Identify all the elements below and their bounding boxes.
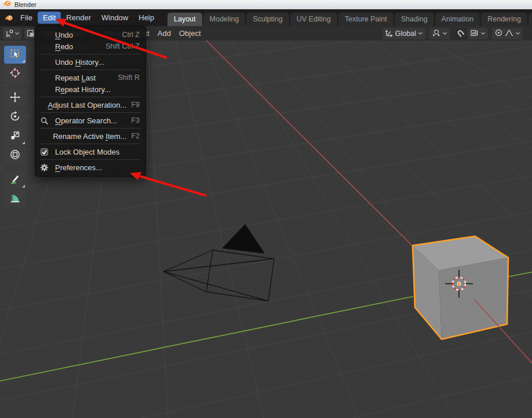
snap-toggle-button[interactable] [454, 28, 467, 39]
menu-item-redo[interactable]: RedoShift Ctrl Z [35, 41, 145, 52]
viewport-menu-add[interactable]: Add [154, 28, 175, 39]
header-right-controls: Global [382, 28, 523, 39]
toolbar [4, 46, 26, 209]
menu-item-label: Lock Object Modes [55, 148, 135, 156]
topbar: FileEditRenderWindowHelp LayoutModelingS… [0, 9, 532, 26]
tab-modeling[interactable]: Modeling [203, 13, 246, 26]
tool-scale[interactable] [4, 127, 26, 145]
menu-item-label: Operator Search... [55, 116, 126, 125]
menu-item-repeat-last[interactable]: Repeat LastShift R [35, 72, 145, 83]
tool-submenu-corner [22, 60, 25, 63]
tool-submenu-corner [22, 185, 25, 188]
tool-move[interactable] [4, 89, 26, 107]
y-axis-line [508, 272, 532, 277]
menu-item-label: Undo [55, 31, 117, 39]
menubar: FileEditRenderWindowHelp [15, 12, 159, 24]
pivot-point-dropdown[interactable] [429, 28, 450, 39]
menu-separator [40, 112, 141, 113]
select-box-icon [9, 48, 21, 62]
snap-with-dropdown[interactable] [468, 28, 488, 39]
tool-submenu-corner [22, 141, 25, 144]
chevron-down-icon [418, 30, 423, 38]
tab-texture-paint[interactable]: Texture Paint [338, 13, 393, 26]
menu-item-preferences[interactable]: Preferences... [35, 162, 145, 173]
menu-separator [40, 69, 141, 70]
menu-item-shortcut: F3 [126, 116, 140, 124]
menu-item-operator-search[interactable]: Operator Search...F3 [35, 115, 145, 126]
menu-item-label: Redo [55, 42, 101, 51]
gear-icon [40, 163, 55, 172]
menu-item-label: Rename Active Item... [53, 132, 126, 141]
blender-logo-icon [3, 0, 11, 10]
move-icon [9, 91, 21, 105]
menu-separator [40, 97, 141, 97]
menu-item-shortcut: Ctrl Z [117, 31, 140, 39]
blender-menu-logo-icon[interactable] [5, 14, 13, 22]
transform-orientation-dropdown[interactable]: Global [382, 28, 425, 39]
menu-item-undo-history[interactable]: Undo History... [35, 56, 145, 68]
menu-item-label: Repeat History... [55, 85, 135, 94]
tab-layout[interactable]: Layout [167, 13, 202, 26]
proportional-circle-icon [494, 28, 503, 39]
menu-separator [40, 144, 141, 144]
snap-increment-icon [470, 28, 479, 39]
menu-item-shortcut: F9 [126, 101, 140, 109]
tool-measure[interactable] [4, 190, 26, 208]
menu-item-repeat-history[interactable]: Repeat History... [35, 83, 145, 95]
checkbox-checked-icon [40, 148, 55, 156]
tab-uv-editing[interactable]: UV Editing [290, 13, 337, 26]
tab-animation[interactable]: Animation [435, 13, 480, 26]
menu-separator [40, 54, 141, 54]
window-title: Blender [14, 1, 37, 8]
rotate-icon [9, 111, 21, 124]
cube-object[interactable] [413, 236, 508, 339]
tab-compositing[interactable]: Compositing [529, 13, 532, 26]
menu-item-label: Undo History... [55, 58, 135, 67]
tab-rendering[interactable]: Rendering [481, 13, 527, 26]
tool-annotate[interactable] [4, 171, 26, 189]
workspace-tabs: LayoutModelingSculptingUV EditingTexture… [167, 9, 532, 26]
search-icon [40, 116, 55, 125]
proportional-editing-controls[interactable] [492, 28, 523, 39]
orientation-icon [385, 28, 393, 39]
transform-icon [9, 149, 21, 163]
y-axis-line [0, 296, 413, 381]
cursor-tool-icon [9, 67, 21, 81]
menu-item-label: Adjust Last Operation... [48, 101, 127, 109]
annotate-icon [9, 173, 21, 187]
menubar-item-edit[interactable]: Edit [38, 12, 61, 24]
menu-item-label: Preferences... [55, 163, 135, 172]
scale-icon [9, 130, 21, 144]
menubar-item-render[interactable]: Render [61, 12, 96, 24]
menu-item-shortcut: Shift R [113, 74, 140, 82]
measure-icon [9, 192, 21, 206]
menu-item-shortcut: Shift Ctrl Z [101, 42, 140, 50]
chevron-down-icon [442, 30, 447, 38]
magnet-icon [456, 28, 465, 39]
active-tool-dropdown[interactable] [3, 28, 21, 39]
menubar-item-help[interactable]: Help [133, 12, 159, 24]
tool-rotate[interactable] [4, 108, 26, 126]
menu-item-adjust-last-operation[interactable]: Adjust Last Operation...F9 [35, 99, 145, 111]
menu-item-undo[interactable]: UndoCtrl Z [35, 29, 145, 41]
menu-item-lock-object-modes[interactable]: Lock Object Modes [35, 146, 145, 157]
chevron-down-icon [515, 30, 520, 38]
pivot-icon [432, 28, 440, 39]
menu-item-rename-active-item[interactable]: Rename Active Item...F2 [35, 130, 145, 142]
tool-cursor[interactable] [4, 65, 26, 83]
menu-separator [40, 128, 141, 129]
menubar-item-file[interactable]: File [15, 12, 38, 24]
chevron-down-icon [480, 30, 486, 38]
tab-shading[interactable]: Shading [395, 13, 434, 26]
falloff-curve-icon [505, 28, 513, 39]
viewport-menu-object[interactable]: Object [175, 28, 205, 39]
titlebar: Blender [0, 0, 532, 9]
orientation-label: Global [395, 30, 416, 38]
menubar-item-window[interactable]: Window [96, 12, 133, 24]
menu-separator [40, 159, 141, 160]
snap-controls [454, 28, 488, 39]
tab-sculpting[interactable]: Sculpting [246, 13, 289, 26]
tool-select-box[interactable] [4, 46, 26, 64]
tool-transform[interactable] [4, 146, 26, 164]
menu-item-label: Repeat Last [55, 74, 113, 82]
